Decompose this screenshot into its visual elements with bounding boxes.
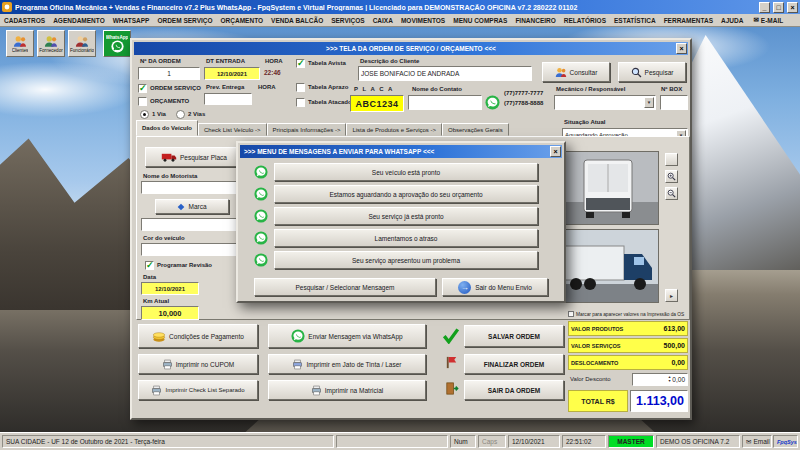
order-window-titlebar[interactable]: >>> TELA DA ORDEM DE SERVIÇO / ORÇAMENTO… (134, 42, 688, 55)
box-field[interactable] (660, 95, 688, 110)
condicoes-pagamento-button[interactable]: Condições de Pagamento (138, 324, 258, 348)
message-servico-problema-button[interactable]: Seu serviço apresentou um problema (274, 251, 538, 269)
tabela-atacado-checkbox[interactable] (296, 98, 305, 107)
chevron-down-icon[interactable]: ▼ (644, 97, 654, 108)
menu-movimentos[interactable]: MOVIMENTOS (397, 17, 449, 24)
menu-servicos[interactable]: SERVIÇOS (327, 17, 368, 24)
contato-field[interactable] (408, 95, 482, 110)
tabela-aprazo-label: Tabela Aprazo (308, 84, 348, 90)
menu-ferramentas[interactable]: FERRAMENTAS (660, 17, 717, 24)
shortcut-fornecedor[interactable]: Fornecedor (37, 30, 65, 57)
via1-radio[interactable] (140, 110, 149, 119)
menu-relatorios[interactable]: RELATÓRIOS (560, 17, 610, 24)
vehicle-photo-rear[interactable] (555, 151, 659, 225)
message-veiculo-pronto-button[interactable]: Seu veículo está pronto (274, 163, 538, 181)
photo-blank-button[interactable] (665, 153, 678, 166)
marca-field[interactable] (141, 218, 241, 231)
num-ordem-field[interactable]: 1 (138, 67, 200, 80)
via2-radio[interactable] (176, 110, 185, 119)
total-label-chip: TOTAL R$ (568, 390, 628, 412)
save-check-icon (442, 326, 460, 348)
zoom-in-icon[interactable] (665, 170, 678, 183)
km-atual-field[interactable]: 10,000 (141, 306, 199, 320)
marca-button[interactable]: Marca (155, 199, 229, 214)
pesquisar-button[interactable]: Pesquisar (618, 62, 686, 82)
valor-desconto-field[interactable]: ▲▼ 0,00 (632, 373, 688, 386)
menu-caixa[interactable]: CAIXA (369, 17, 397, 24)
modal-titlebar[interactable]: >>> MENU DE MENSAGENS A ENVIAR PARA WHAT… (240, 145, 562, 158)
enviar-whatsapp-button[interactable]: Enviar Mensagem via WhatsApp (268, 324, 426, 348)
print-values-checkbox[interactable] (568, 311, 574, 317)
photo-next-button[interactable]: ▸ (665, 289, 678, 302)
menu-email[interactable]: ✉ E-MAIL (749, 16, 787, 24)
pesquisar-mensagem-button[interactable]: Pesquisar / Selecionar Mensagem (254, 278, 436, 296)
prev-entrega-field[interactable] (204, 93, 252, 105)
shortcut-funcionario[interactable]: Funcionário (68, 30, 96, 57)
menu-financeiro[interactable]: FINANCEIRO (511, 17, 559, 24)
finalize-flag-icon (444, 355, 459, 374)
tabela-aprazo-checkbox[interactable] (296, 83, 305, 92)
printer-icon (162, 359, 173, 370)
shortcut-whatsapp[interactable]: WhatsApp (103, 30, 131, 57)
menu-orcamento[interactable]: ORÇAMENTO (217, 17, 268, 24)
maximize-icon[interactable]: □ (773, 2, 784, 13)
tabela-avista-checkbox[interactable] (296, 59, 305, 68)
data-revisao-field[interactable]: 12/10/2021 (141, 282, 199, 295)
imprimir-checklist-button[interactable]: Imprimir Check List Separado (138, 380, 258, 400)
whatsapp-contact-button[interactable] (485, 95, 500, 110)
message-row: Lamentamos o atraso (254, 229, 538, 247)
finalizar-ordem-button[interactable]: FINALIZAR ORDEM (464, 354, 564, 374)
descricao-cliente-field[interactable]: JOSE BONIFACIO DE ANDRADA (358, 66, 532, 81)
close-icon[interactable]: × (676, 43, 687, 54)
imprimir-jato-button[interactable]: Imprimir em Jato de Tinta / Laser (268, 354, 426, 374)
pesquisar-placa-button[interactable]: Pesquisar Placa (145, 147, 243, 167)
status-date: 12/10/2021 (508, 435, 560, 448)
tab-lista-produtos-servicos[interactable]: Lista de Produtos e Serviços -> (346, 123, 442, 136)
menu-agendamento[interactable]: AGENDAMENTO (49, 17, 109, 24)
ordem-servico-checkbox[interactable] (138, 84, 147, 93)
menu-venda-balcao[interactable]: VENDA BALCÃO (267, 17, 327, 24)
zoom-out-icon[interactable] (665, 187, 678, 200)
orcamento-checkbox[interactable] (138, 97, 147, 106)
tab-observacoes-gerais[interactable]: Observações Gerais (442, 123, 509, 136)
message-lamentamos-atraso-button[interactable]: Lamentamos o atraso (274, 229, 538, 247)
imprimir-cupom-button[interactable]: Imprimir no CUPOM (138, 354, 258, 374)
menu-ajuda[interactable]: AJUDA (717, 17, 747, 24)
close-icon[interactable]: × (787, 2, 798, 13)
status-email[interactable]: ✉ Email (742, 435, 772, 448)
order-window-title: >>> TELA DA ORDEM DE SERVIÇO / ORÇAMENTO… (326, 45, 496, 52)
dt-entrada-field[interactable]: 12/10/2021 (204, 67, 260, 80)
message-servico-pronto-button[interactable]: Seu serviço já está pronto (274, 207, 538, 225)
cor-veiculo-field[interactable] (141, 243, 237, 256)
programar-revisao-checkbox[interactable] (145, 261, 154, 270)
menu-cadastros[interactable]: CADASTROS (0, 17, 49, 24)
imprimir-matricial-button[interactable]: Imprimir na Matricial (268, 380, 426, 400)
sair-ordem-button[interactable]: SAIR DA ORDEM (464, 380, 564, 400)
app-titlebar[interactable]: Programa Oficina Mecânica + Vendas e Fin… (0, 0, 800, 14)
status-user-badge: MASTER (608, 435, 654, 448)
arrow-icon: ▸ (670, 292, 673, 299)
consultar-button[interactable]: Consultar (542, 62, 610, 82)
close-icon[interactable]: × (550, 146, 561, 157)
salvar-ordem-button[interactable]: SALVAR ORDEM (464, 325, 564, 347)
menu-whatsapp[interactable]: WHATSAPP (109, 17, 154, 24)
minimize-icon[interactable]: _ (759, 2, 770, 13)
placa-field[interactable]: ABC1234 (350, 95, 404, 112)
modal-title: >>> MENU DE MENSAGENS A ENVIAR PARA WHAT… (244, 148, 434, 155)
mecanico-dropdown[interactable]: ▼ (554, 95, 656, 110)
shortcut-clientes[interactable]: Clientes (6, 30, 34, 57)
motorista-field[interactable] (141, 181, 241, 194)
message-row: Seu veículo está pronto (254, 163, 538, 181)
menu-ordem-servico[interactable]: ORDEM SERVIÇO (153, 17, 216, 24)
tab-dados-veiculo[interactable]: Dados do Veículo (136, 120, 198, 136)
sair-menu-envio-button[interactable]: → Sair do Menu Envio (442, 278, 548, 296)
menu-estatistica[interactable]: ESTATÍSTICA (610, 17, 660, 24)
message-aguardando-aprovacao-button[interactable]: Estamos aguardando a aprovação do seu or… (274, 185, 538, 203)
tab-principais-informacoes[interactable]: Principais Informações -> (267, 123, 347, 136)
whatsapp-icon (254, 165, 268, 179)
tab-check-list[interactable]: Check List Veículo -> (198, 123, 267, 136)
search-icon (631, 67, 642, 78)
menu-compras[interactable]: MENU COMPRAS (449, 17, 511, 24)
spinner-icon[interactable]: ▲▼ (668, 376, 672, 383)
vehicle-photo-side[interactable] (555, 229, 659, 303)
